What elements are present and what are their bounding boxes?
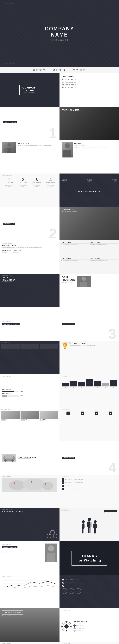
flow-cn: 注意在此处输入文字 [2,643,57,644]
svg-point-41 [48,545,54,552]
dark-circle-1: ① [62,588,67,594]
icon-item-3: ● ADD TEXT [90,412,103,416]
col-r-text: Add text here [13,252,22,253]
slide-map: 注意在此处输入文字 📍 📍 📍 [0,474,60,508]
bar-cn: 注意在此处输入文字 [62,376,117,377]
contents-num-4: 04 [62,86,64,88]
fnt-3: YOUR TITLE HEREAdd text [33,185,41,187]
dark-card-1: YOUR TITLE ADD TEXT [2,344,20,349]
dark-card-2: YOUR TITLE ADD TEXT [21,344,39,349]
bar-6 [101,383,109,386]
photos-cn: 注意在此处输入文字 [2,409,58,410]
svg-point-4 [12,144,14,147]
small-1: YOUR TITLE HERE [5,182,14,183]
small-2: YOUR TITLE HERE [19,182,27,183]
three-titles-dots: • • • • • [88,201,90,202]
mountain-txt: ADD YOUR TEXT HERE Add your description … [0,608,60,618]
icon-text-4: ADD TITLEAdd text here [104,418,117,421]
dc-cv-2: ADD TEXT [22,346,38,348]
bl-3: 03 [78,387,85,388]
slide-four-nums: 注意在此处输入文字 1 YOUR TITLE HERE 2 YOUR TITLE… [0,174,60,207]
svg-point-51 [64,624,69,628]
caption-text: 简约实用 总结汇报 商务演示 [33,69,86,71]
col-item-4: YOUR TITLE HERE Add your text here add y… [90,258,117,272]
row-4: 注意在此处输入文字 1 YOUR TITLE HERE 2 YOUR TITLE… [0,174,119,207]
dc2-text: ② [71,590,72,592]
photo-sub-1: Add text here [2,420,20,421]
slide-two-cols: YOUR TITLE HERE Add your text here add y… [60,240,119,274]
pie-pct-2: 28% [21,395,23,396]
dark-cn-text-1: 注意在此处输入文字 [2,275,58,276]
n-num-4: 04 [62,488,64,490]
do-it-title: DO ITFROM NOW [62,276,75,281]
svg-point-55 [70,626,71,627]
circ-desc: Add your description. Add text. [73,622,88,623]
circ-cn: 注意在此处输入文字 [62,610,70,611]
car-image [2,454,16,462]
slide-circular: 注意在此处输入文字 ADD YOUR TEXT HERE Add your de… [60,608,119,642]
icon-item-1: ★ ADD TEXT [62,412,75,416]
col-item-3: YOUR TITLE HERE Add your text here add y… [61,258,89,272]
car-title: START FROM NOW ON [18,456,36,458]
col-p-4: Add your text here add your text here ad… [90,260,117,261]
photo-img-1 [2,411,20,419]
row-12: START FROM NOW ON Add your description t… [0,441,119,474]
bar-7 [110,380,117,386]
company-name-small: COMPANYNAME [23,86,37,92]
contents-text-4: ADD YOUR TITLE [65,87,76,88]
contents-title: CONTENTS [62,75,117,77]
wwd-title: WHAT WE DO [62,109,117,111]
icon-label-1: ADD TEXT [62,416,75,416]
contents-item-1: 01 ADD YOUR TITLE [62,78,117,80]
slide-three-titles: ADD YOURTITLE HEREadd text ADD YOURTITLE… [60,174,119,207]
icon-item-2: ◆ ADD TEXT [76,412,89,416]
pie-bars: ADD YOUR TITLE 72% ADD YOUR TITLE 28% [2,389,19,397]
dark-item-1: 01 ADD YOUR TITLE — add text here [62,578,117,581]
col-r-title: YOUR TITLE HERE [13,250,22,252]
col-l-title: YOUR TITLE HERE [2,250,11,252]
big-num-4: 4 [108,460,116,474]
text-two-cols: YOUR TITLE HERE Add text here YOUR TITLE… [2,250,57,253]
add-title-label-4: ADD YOUR TITLE [62,457,75,459]
contents-num-1: 01 [62,78,64,80]
slide-our-team: OUR TEAM Add your text here. Add your te… [0,140,60,174]
col-h-4: YOUR TITLE HERE [90,258,117,260]
svg-point-9 [82,277,86,281]
small-4: YOUR TITLE HERE [46,182,55,183]
icon-box-3: ● [95,412,98,415]
pie-fill-1 [2,391,14,392]
hero-company-box: COMPANYNAME 注意放置相应输入文字 [39,23,80,44]
dark-card-3: YOUR TITLE ADD TEXT [40,344,58,349]
slide-contents: CONTENTS 01 ADD YOUR TITLE 02 ADD YOUR T… [60,73,119,106]
slide-hands: YOUR TEXT HERE Add your description here… [60,207,119,240]
icon-box-2: ◆ [81,412,84,415]
sil-sub: Add your text here. [104,512,117,513]
slide-numbered-list: 注意在此处输入文字 01 ADD YOUR TITLE — Add your t… [60,474,119,508]
trophy-title: ADD YOUR TEXT HERE [70,343,95,344]
numbered-item-1: 01 ADD YOUR TITLE — Add your text here [62,478,117,481]
dn-txt-2: ADD YOUR TITLE — add text here [65,582,81,584]
ci-1: ① ADD YOUR TITLE [73,624,88,626]
svg-rect-13 [5,455,13,458]
svg-rect-32 [87,522,88,527]
dn-1: 01 [62,578,64,581]
row-15: 注意在此处输入文字 ADD YOUR TITLE HERE Add your t… [0,542,119,575]
numbered-cn: 注意在此处输入文字 [62,476,117,477]
slide-add-title-photo: 注意在此处输入文字 ADD YOUR TITLE HERE Add your t… [0,542,60,575]
four-nums-cn: 注意在此处输入文字 [2,175,57,176]
svg-point-34 [94,520,97,523]
hero-subtitle: 注意放置相应输入文字 [45,39,74,41]
svg-point-19 [42,482,54,490]
slide-car: START FROM NOW ON Add your description t… [0,441,60,474]
company-inner: COMPANYNAME 注意放置相应输入文字 [19,84,40,95]
svg-rect-35 [94,524,96,529]
dn-txt-3: ADD YOUR TITLE — add text here [65,586,81,586]
row-1: COMPANYNAME 注意放置相应输入文字 CONTENTS 01 ADD Y… [0,73,119,106]
svg-rect-37 [95,528,96,534]
dn-txt-1: ADD YOUR TITLE — add text here [65,579,81,580]
ll-2: 02 [14,590,15,592]
slide-flowchart: 注意在此处输入文字 STEP 1 → STEP 2 → STEP 3 → STE… [0,642,60,644]
sil-label: ADD YOUR TITLE HERE [104,510,117,512]
svg-rect-7 [63,150,71,158]
pie-label-2: ADD YOUR TITLE [2,393,19,394]
